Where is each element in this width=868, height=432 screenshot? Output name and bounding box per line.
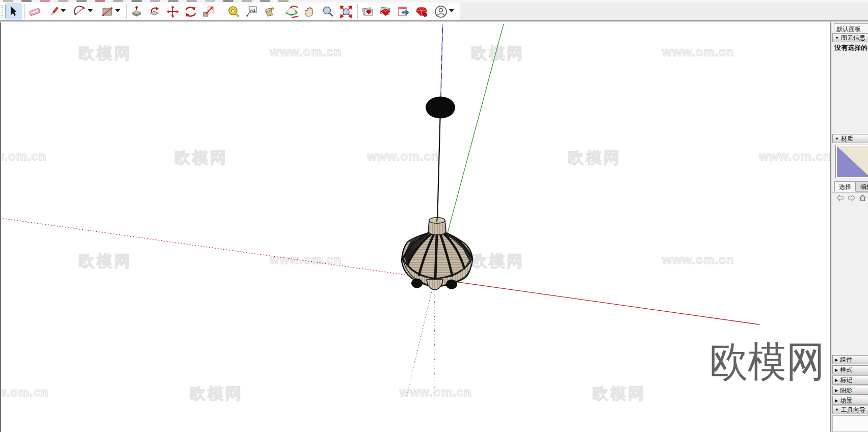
back-arrow-icon[interactable] [836,194,844,202]
panel-header-instructor[interactable]: ▼ 工具向导 [832,405,868,414]
panel-label: 材质 [841,134,853,143]
select-tool-icon [11,6,17,16]
panel-label: 组件 [840,356,852,364]
collapse-triangle-icon: ▼ [835,408,839,412]
cutoff-icon-fragment [223,0,233,2]
plugin-photo-gem-tool[interactable] [360,4,376,19]
plugin-gem-stack-tool[interactable] [378,4,394,19]
tape-measure-tool[interactable] [226,4,242,19]
line-tool[interactable] [46,4,62,19]
panel-label: 工具向导 [841,406,865,414]
text-tool[interactable]: A1 [244,4,260,19]
account-button[interactable] [433,4,449,19]
cutoff-icon-fragment [205,0,215,2]
3d-scene-canvas [1,22,830,432]
svg-text:A1: A1 [250,7,255,12]
expand-triangle-icon: ▶ [835,378,838,383]
panel-header-3[interactable]: ▶标记 [832,375,868,385]
drawing-axes [1,24,759,399]
cutoff-icon-fragment [21,0,32,2]
toolbar-separator [223,4,223,19]
toolbar-separator [357,4,358,19]
panel-header-entity-info[interactable]: ▼ 图元信息 [832,33,868,42]
pan-tool[interactable] [301,4,318,19]
arc-tool-dropdown-arrow[interactable] [88,9,93,12]
tape-measure-tool-icon [229,7,239,17]
toolbar-grip[interactable] [2,5,3,18]
tab-edit[interactable]: 编辑 [856,181,868,192]
account-button-dropdown-arrow[interactable] [449,9,454,12]
paint-bucket-tool[interactable] [261,4,278,19]
rectangle-tool[interactable] [99,4,116,19]
eraser-tool-icon [29,8,40,15]
followme-tool[interactable] [147,4,163,19]
panel-label: 标记 [840,376,852,385]
material-swatch [837,146,868,177]
followme-tool-icon [150,7,159,15]
expand-triangle-icon: ▶ [835,398,838,403]
zoom-extents-tool-icon [340,6,352,17]
panel-label: 图元信息 [841,34,865,42]
orbit-tool-icon [286,6,298,17]
toolbar-separator [24,4,25,19]
panel-header-2[interactable]: ▶样式 [832,365,868,374]
lamp-cord [437,109,440,222]
material-preview[interactable] [835,145,868,178]
panel-header-5[interactable]: ▶场景 [832,396,868,405]
ruby-console-tool-icon [416,8,427,17]
entity-info-message: 没有选择的 [834,43,867,52]
cutoff-icon-fragment [131,0,142,2]
tab-select[interactable]: 选择 [834,181,856,192]
zoom-tool[interactable] [320,4,336,19]
pushpull-tool[interactable] [129,4,145,19]
ruby-console-tool[interactable] [414,4,430,19]
arc-tool[interactable] [72,4,88,19]
select-tool[interactable] [5,4,21,19]
materials-tabs: 选择 编辑 [834,181,868,192]
move-tool-icon [167,6,179,18]
text-tool-icon: A1 [246,7,256,17]
cutoff-icon-fragment [150,0,160,2]
plugin-export-tool-icon [399,7,409,16]
cutoff-icon-fragment [113,0,123,2]
in-model-icon[interactable] [859,194,866,202]
rotate-tool-icon [186,7,196,17]
zoom-extents-tool[interactable] [338,4,354,19]
pan-tool-icon [305,7,313,16]
toolbar-separator [281,4,281,19]
model-viewport[interactable]: 欧模网www.om.cn欧模网www.om.cnwww.om.cn欧模网www.… [1,22,830,432]
panel-label: 样式 [840,366,852,374]
cutoff-icon-fragment [278,0,288,2]
plugin-export-tool[interactable] [396,4,412,19]
forward-arrow-icon[interactable] [848,194,855,202]
plugin-photo-gem-tool-icon [362,7,373,15]
toolbar-separator [411,4,411,19]
toolbar-separator [126,4,127,19]
cutoff-icon-fragment [40,0,50,2]
site-watermark-large: 欧模网 [709,334,825,390]
zoom-tool-icon [324,7,333,16]
rotate-tool[interactable] [182,4,199,19]
rectangle-tool-dropdown-arrow[interactable] [115,9,120,12]
move-tool[interactable] [165,4,181,19]
cutoff-icon-fragment [260,0,270,2]
default-tray-sidebar: 默认面板 ▼ 图元信息 没有选择的 ▼ 材质 选择 编辑 [830,22,868,432]
cutoff-icon-fragment [95,0,105,2]
plugin-gem-stack-tool-icon [380,7,390,16]
panel-header-materials[interactable]: ▼ 材质 [832,134,868,143]
pendant-lamp-model [402,97,472,290]
rectangle-tool-icon [102,7,113,16]
line-tool-icon [50,7,59,16]
scale-tool[interactable] [200,4,217,19]
panel-header-1[interactable]: ▶组件 [832,355,868,364]
account-button-icon [435,6,446,17]
panel-header-4[interactable]: ▶阴影 [832,386,868,395]
collapse-triangle-icon: ▼ [835,137,839,141]
main-toolbar: A1 [0,3,868,21]
tray-title-tab[interactable]: 默认面板 [834,23,868,33]
orbit-tool[interactable] [283,4,300,19]
line-tool-dropdown-arrow[interactable] [61,9,66,12]
eraser-tool[interactable] [27,4,43,19]
expand-triangle-icon: ▶ [835,368,838,372]
toolbar-separator [430,4,430,19]
